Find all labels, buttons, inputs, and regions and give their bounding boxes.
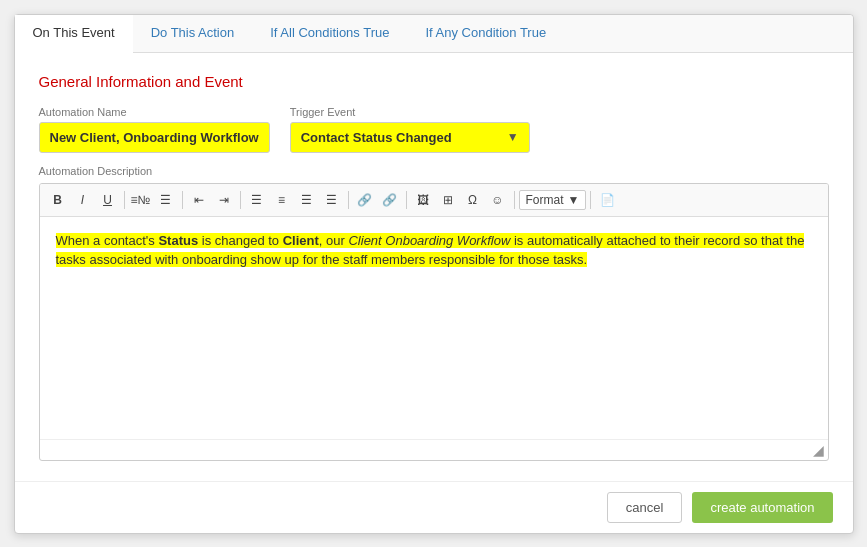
tab-do-this-action[interactable]: Do This Action: [133, 15, 253, 52]
table-button[interactable]: ⊞: [436, 188, 460, 212]
trigger-event-label: Trigger Event: [290, 106, 530, 118]
editor-text-bold-status: Status: [158, 233, 198, 248]
automation-name-group: Automation Name New Client, Onboarding W…: [39, 106, 270, 153]
modal-footer: cancel create automation: [15, 481, 853, 533]
italic-button[interactable]: I: [71, 188, 95, 212]
editor-text-highlighted: When a contact's Status is changed to Cl…: [56, 233, 805, 268]
special-char-button[interactable]: Ω: [461, 188, 485, 212]
align-right-button[interactable]: ☰: [295, 188, 319, 212]
format-arrow-icon: ▼: [568, 193, 580, 207]
trigger-event-select[interactable]: Contact Status Changed ▼: [290, 122, 530, 153]
indent-decrease-button[interactable]: ⇤: [187, 188, 211, 212]
tab-if-all-conditions-true[interactable]: If All Conditions True: [252, 15, 407, 52]
automation-name-input[interactable]: New Client, Onboarding Workflow: [39, 122, 270, 153]
format-label: Format: [526, 193, 564, 207]
link-button[interactable]: 🔗: [353, 188, 377, 212]
indent-increase-button[interactable]: ⇥: [212, 188, 236, 212]
tab-bar: On This Event Do This Action If All Cond…: [15, 15, 853, 53]
editor-text-bold-client: Client: [283, 233, 319, 248]
section-title: General Information and Event: [39, 73, 829, 90]
create-automation-button[interactable]: create automation: [692, 492, 832, 523]
editor-text-italic-workflow: Client Onboarding Workflow: [348, 233, 510, 248]
unlink-button[interactable]: 🔗: [378, 188, 402, 212]
unordered-list-button[interactable]: ☰: [154, 188, 178, 212]
emoji-button[interactable]: ☺: [486, 188, 510, 212]
align-center-button[interactable]: ≡: [270, 188, 294, 212]
tab-on-this-event[interactable]: On This Event: [15, 15, 133, 53]
format-dropdown[interactable]: Format ▼: [519, 190, 587, 210]
image-button[interactable]: 🖼: [411, 188, 435, 212]
automation-name-label: Automation Name: [39, 106, 270, 118]
modal-container: On This Event Do This Action If All Cond…: [14, 14, 854, 534]
align-justify-button[interactable]: ☰: [320, 188, 344, 212]
ordered-list-button[interactable]: ≡№: [129, 188, 153, 212]
separator-4: [348, 191, 349, 209]
align-left-button[interactable]: ☰: [245, 188, 269, 212]
bold-button[interactable]: B: [46, 188, 70, 212]
pdf-button[interactable]: 📄: [595, 188, 619, 212]
editor-content-area[interactable]: When a contact's Status is changed to Cl…: [40, 217, 828, 439]
trigger-event-value: Contact Status Changed: [301, 130, 452, 145]
chevron-down-icon: ▼: [507, 130, 519, 144]
separator-5: [406, 191, 407, 209]
trigger-event-group: Trigger Event Contact Status Changed ▼: [290, 106, 530, 153]
tab-if-any-condition-true[interactable]: If Any Condition True: [407, 15, 564, 52]
underline-button[interactable]: U: [96, 188, 120, 212]
cancel-button[interactable]: cancel: [607, 492, 683, 523]
separator-2: [182, 191, 183, 209]
separator-6: [514, 191, 515, 209]
separator-1: [124, 191, 125, 209]
resize-handle[interactable]: ◢: [40, 439, 828, 460]
editor-toolbar: B I U ≡№ ☰ ⇤ ⇥ ☰ ≡ ☰ ☰ 🔗 🔗 🖼 ⊞ Ω: [40, 184, 828, 217]
editor-text-pre2: is changed to: [198, 233, 283, 248]
editor-container: B I U ≡№ ☰ ⇤ ⇥ ☰ ≡ ☰ ☰ 🔗 🔗 🖼 ⊞ Ω: [39, 183, 829, 461]
separator-7: [590, 191, 591, 209]
editor-text-pre3: , our: [319, 233, 349, 248]
form-row-main: Automation Name New Client, Onboarding W…: [39, 106, 829, 153]
separator-3: [240, 191, 241, 209]
automation-description-label: Automation Description: [39, 165, 829, 177]
editor-text-pre1: When a contact's: [56, 233, 159, 248]
modal-body: General Information and Event Automation…: [15, 53, 853, 481]
